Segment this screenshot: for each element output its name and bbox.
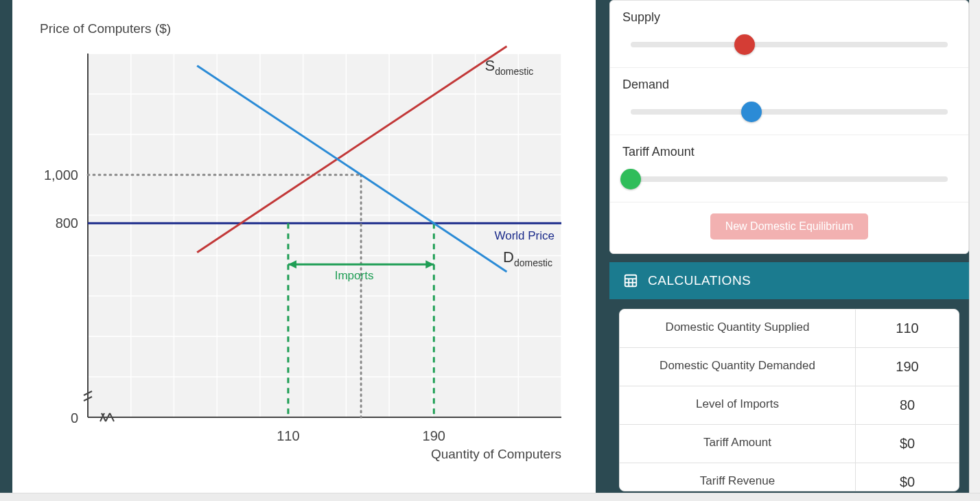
- demand-slider-section: Demand: [610, 68, 968, 135]
- svg-text:110: 110: [277, 428, 299, 443]
- calc-row: Domestic Quantity Demanded190: [620, 348, 959, 386]
- tariff-slider[interactable]: [622, 169, 956, 189]
- demand-slider-thumb[interactable]: [741, 102, 762, 122]
- calc-row-label: Domestic Quantity Demanded: [620, 348, 856, 386]
- calc-row-label: Level of Imports: [620, 386, 856, 424]
- calc-row-value: 110: [856, 310, 959, 347]
- calc-row-value: $0: [856, 425, 959, 463]
- vertical-scrollbar[interactable]: [969, 0, 980, 501]
- calc-row-label: Tariff Amount: [620, 425, 856, 463]
- svg-text:Price of Computers ($): Price of Computers ($): [40, 21, 171, 36]
- controls-panel: Supply Demand Tariff Amount New Domestic…: [609, 0, 969, 501]
- svg-text:World Price: World Price: [494, 229, 555, 242]
- calculator-icon: [623, 273, 638, 288]
- supply-slider-section: Supply: [610, 1, 968, 68]
- tariff-chart: 08001,000110190Price of Computers ($)Qua…: [19, 12, 589, 486]
- calc-row-value: $0: [856, 463, 959, 491]
- chart-panel: 08001,000110190Price of Computers ($)Qua…: [12, 0, 596, 501]
- svg-text:Imports: Imports: [335, 269, 374, 282]
- svg-text:Quantity of Computers: Quantity of Computers: [431, 447, 561, 461]
- tariff-slider-label: Tariff Amount: [622, 145, 956, 159]
- calc-row: Domestic Quantity Supplied110: [620, 310, 959, 348]
- supply-slider[interactable]: [622, 34, 956, 55]
- calc-row: Tariff Revenue$0: [620, 463, 959, 491]
- svg-text:190: 190: [423, 428, 445, 443]
- svg-rect-0: [88, 54, 561, 417]
- calc-row-label: Tariff Revenue: [620, 463, 856, 491]
- svg-text:1,000: 1,000: [44, 167, 78, 183]
- demand-slider-label: Demand: [622, 78, 956, 92]
- calc-row-value: 190: [856, 348, 959, 386]
- svg-rect-44: [625, 275, 637, 287]
- supply-slider-label: Supply: [622, 10, 956, 25]
- calculations-header: CALCULATIONS: [609, 262, 969, 299]
- sliders-card: Supply Demand Tariff Amount New Domestic…: [609, 0, 969, 254]
- new-equilibrium-button[interactable]: New Domestic Equilibrium: [710, 213, 869, 240]
- tariff-slider-section: Tariff Amount: [610, 135, 968, 202]
- frame-border-left: [0, 0, 12, 501]
- calculations-table: Domestic Quantity Supplied110Domestic Qu…: [619, 309, 959, 491]
- tariff-slider-thumb[interactable]: [620, 169, 641, 189]
- frame-border-mid: [596, 0, 609, 501]
- horizontal-scrollbar[interactable]: [0, 493, 980, 501]
- calc-row: Tariff Amount$0: [620, 425, 959, 463]
- calc-row: Level of Imports80: [620, 386, 959, 425]
- svg-text:800: 800: [56, 215, 78, 231]
- calculations-title: CALCULATIONS: [648, 273, 751, 288]
- calc-row-value: 80: [856, 386, 959, 424]
- supply-slider-thumb[interactable]: [734, 34, 755, 55]
- calc-row-label: Domestic Quantity Supplied: [620, 310, 856, 347]
- svg-text:0: 0: [71, 410, 78, 426]
- demand-slider[interactable]: [622, 102, 956, 122]
